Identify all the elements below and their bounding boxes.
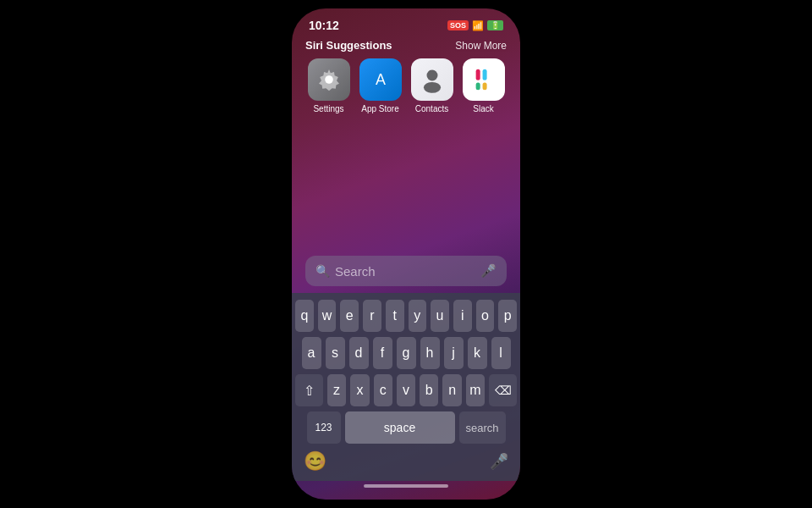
slack-label: Slack <box>473 104 493 113</box>
svg-text:A: A <box>376 71 386 88</box>
appstore-label: App Store <box>361 104 398 113</box>
key-a[interactable]: a <box>302 337 321 369</box>
key-m[interactable]: m <box>466 374 485 406</box>
search-bar-container: 🔍 Search 🎤 <box>292 256 520 293</box>
svg-point-4 <box>423 82 440 93</box>
search-key[interactable]: search <box>459 411 506 444</box>
status-bar: 10:12 SOS 📶 🔋 <box>292 8 520 36</box>
svg-rect-5 <box>475 69 480 80</box>
contacts-label: Contacts <box>415 104 448 113</box>
sos-badge: SOS <box>447 20 469 30</box>
contacts-icon <box>411 58 453 101</box>
key-j[interactable]: j <box>444 337 464 369</box>
key-g[interactable]: g <box>397 337 416 369</box>
keyboard: q w e r t y u i o p a s d f g h j k l ⇧ … <box>292 293 520 481</box>
settings-label: Settings <box>313 104 343 113</box>
siri-header: Siri Suggestions Show More <box>305 39 507 52</box>
key-c[interactable]: c <box>374 374 392 406</box>
svg-point-3 <box>426 69 437 80</box>
key-w[interactable]: w <box>318 300 337 332</box>
space-key[interactable]: space <box>345 411 455 444</box>
key-n[interactable]: n <box>442 374 461 406</box>
settings-icon <box>308 58 350 101</box>
key-l[interactable]: l <box>491 337 511 369</box>
home-indicator <box>292 481 520 494</box>
key-h[interactable]: h <box>420 337 440 369</box>
key-row-3: ⇧ z x c v b n m ⌫ <box>295 374 517 406</box>
key-d[interactable]: d <box>349 337 369 369</box>
keyboard-bottom: 😊 🎤 <box>295 447 517 478</box>
app-item-settings[interactable]: Settings <box>305 58 352 113</box>
emoji-button[interactable]: 😊 <box>304 450 326 472</box>
app-icons-row: Settings A App Store C <box>305 58 507 113</box>
svg-rect-6 <box>482 69 486 80</box>
key-p[interactable]: p <box>498 300 517 332</box>
svg-rect-8 <box>482 83 486 91</box>
search-bar[interactable]: 🔍 Search 🎤 <box>305 256 507 286</box>
key-i[interactable]: i <box>453 300 472 332</box>
mic-button[interactable]: 🎤 <box>490 452 508 471</box>
key-y[interactable]: y <box>409 300 427 332</box>
mic-icon[interactable]: 🎤 <box>480 263 497 279</box>
key-b[interactable]: b <box>420 374 438 406</box>
numbers-key[interactable]: 123 <box>307 411 341 444</box>
key-f[interactable]: f <box>373 337 392 369</box>
siri-title: Siri Suggestions <box>305 39 392 52</box>
shift-key[interactable]: ⇧ <box>295 374 323 406</box>
key-row-2: a s d f g h j k l <box>295 337 517 369</box>
search-icon: 🔍 <box>315 264 330 278</box>
app-item-contacts[interactable]: Contacts <box>409 58 455 113</box>
appstore-icon: A <box>359 58 402 101</box>
blur-area <box>292 120 520 256</box>
key-e[interactable]: e <box>340 300 359 332</box>
search-placeholder: Search <box>335 264 475 279</box>
battery-icon: 🔋 <box>487 20 503 30</box>
key-r[interactable]: r <box>363 300 381 332</box>
show-more-button[interactable]: Show More <box>455 40 507 52</box>
siri-suggestions-section: Siri Suggestions Show More Settings <box>292 36 520 120</box>
wifi-icon: 📶 <box>472 20 484 31</box>
slack-icon <box>463 58 505 101</box>
svg-point-1 <box>325 76 332 83</box>
home-bar <box>364 484 448 488</box>
key-u[interactable]: u <box>431 300 449 332</box>
key-t[interactable]: t <box>386 300 404 332</box>
key-z[interactable]: z <box>327 374 346 406</box>
key-row-1: q w e r t y u i o p <box>295 300 517 332</box>
key-x[interactable]: x <box>350 374 369 406</box>
app-item-appstore[interactable]: A App Store <box>357 58 403 113</box>
status-time: 10:12 <box>309 19 339 32</box>
status-icons: SOS 📶 🔋 <box>447 20 503 31</box>
delete-key[interactable]: ⌫ <box>489 374 517 406</box>
key-k[interactable]: k <box>468 337 487 369</box>
key-v[interactable]: v <box>397 374 415 406</box>
app-item-slack[interactable]: Slack <box>460 58 507 113</box>
key-s[interactable]: s <box>326 337 345 369</box>
phone-screen: 10:12 SOS 📶 🔋 Siri Suggestions Show More <box>292 8 520 500</box>
bottom-row: 123 space search <box>295 411 517 444</box>
svg-rect-7 <box>475 83 480 91</box>
key-o[interactable]: o <box>476 300 495 332</box>
key-q[interactable]: q <box>295 300 314 332</box>
